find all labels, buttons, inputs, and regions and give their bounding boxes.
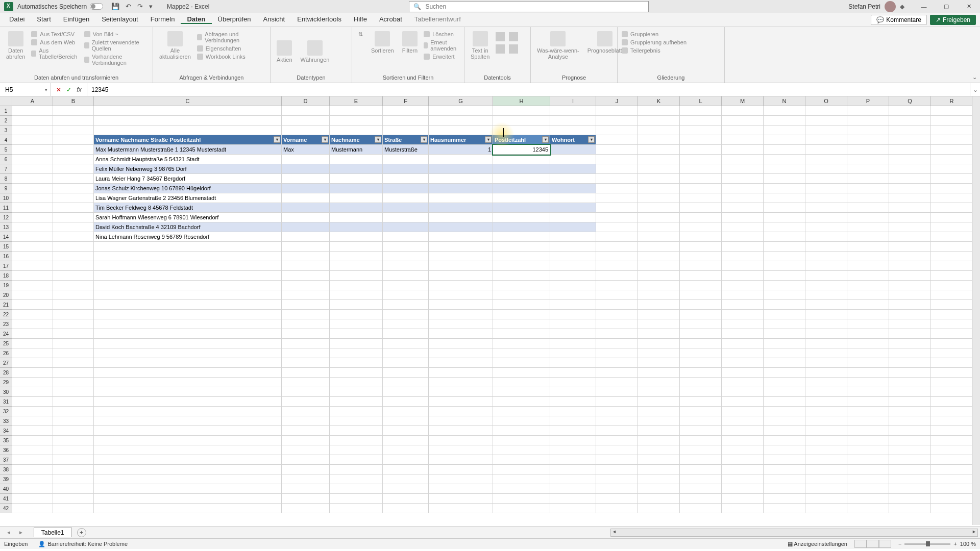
cell[interactable] (53, 504, 94, 513)
cell[interactable] (493, 174, 550, 184)
cell[interactable] (53, 397, 94, 407)
cell[interactable] (53, 455, 94, 465)
cell[interactable] (383, 242, 429, 252)
cell[interactable] (330, 242, 383, 252)
cell[interactable] (638, 329, 680, 339)
cell[interactable] (12, 310, 53, 319)
cell[interactable] (889, 474, 931, 484)
zoom-in-icon[interactable]: + (953, 541, 957, 547)
cell[interactable] (493, 232, 550, 242)
cell[interactable] (805, 445, 847, 455)
cell[interactable] (847, 135, 889, 145)
cell[interactable] (847, 252, 889, 261)
cell[interactable] (53, 416, 94, 426)
cell[interactable] (680, 174, 722, 184)
cell[interactable] (94, 300, 282, 310)
cell[interactable] (805, 455, 847, 465)
cell[interactable] (383, 465, 429, 474)
row-header[interactable]: 40 (0, 484, 12, 494)
cell[interactable] (847, 504, 889, 513)
cell[interactable] (493, 242, 550, 252)
cell[interactable] (722, 329, 764, 339)
cell[interactable] (53, 184, 94, 193)
cell[interactable] (680, 252, 722, 261)
cell[interactable] (805, 339, 847, 348)
cell[interactable] (805, 426, 847, 436)
cell[interactable] (383, 484, 429, 494)
cell[interactable] (12, 174, 53, 184)
cell[interactable] (12, 455, 53, 465)
cell[interactable] (429, 368, 493, 378)
cell[interactable] (550, 252, 596, 261)
cell[interactable] (550, 232, 596, 242)
cell[interactable] (12, 504, 53, 513)
cell[interactable] (764, 271, 805, 281)
cell[interactable] (680, 378, 722, 387)
ribbon-collapse-button[interactable]: ⌄ (972, 74, 977, 81)
cell[interactable] (722, 387, 764, 397)
cell[interactable] (722, 290, 764, 300)
cell[interactable] (764, 494, 805, 504)
cell[interactable] (94, 281, 282, 290)
vertical-scrollbar[interactable] (972, 96, 980, 525)
cell[interactable] (493, 310, 550, 319)
cell[interactable] (282, 281, 330, 290)
cell[interactable]: Straße▾ (383, 135, 429, 145)
formula-expand-button[interactable]: ⌄ (970, 83, 980, 96)
column-header[interactable]: N (764, 96, 805, 106)
cell[interactable] (550, 358, 596, 368)
cell[interactable] (805, 242, 847, 252)
cell[interactable] (680, 504, 722, 513)
cell[interactable] (12, 271, 53, 281)
cell[interactable] (282, 319, 330, 329)
cell[interactable] (94, 387, 282, 397)
cell[interactable] (889, 368, 931, 378)
cell[interactable] (12, 290, 53, 300)
cell[interactable] (596, 213, 638, 222)
cell[interactable] (638, 484, 680, 494)
cell[interactable] (383, 203, 429, 213)
cell[interactable] (764, 465, 805, 474)
cell[interactable] (493, 300, 550, 310)
cell[interactable] (330, 455, 383, 465)
cell[interactable] (94, 426, 282, 436)
cell[interactable] (12, 145, 53, 155)
cell[interactable] (429, 116, 493, 126)
cell[interactable] (383, 126, 429, 135)
cell[interactable] (764, 184, 805, 193)
column-header[interactable]: J (596, 96, 638, 106)
cell[interactable] (282, 465, 330, 474)
cell[interactable] (53, 484, 94, 494)
cell[interactable] (722, 116, 764, 126)
save-icon[interactable]: 💾 (111, 3, 119, 10)
cell[interactable] (680, 106, 722, 116)
cell[interactable] (282, 155, 330, 164)
row-header[interactable]: 20 (0, 290, 12, 300)
cell[interactable] (53, 436, 94, 445)
cell[interactable] (53, 203, 94, 213)
cell[interactable] (429, 445, 493, 455)
cell[interactable] (282, 184, 330, 193)
cell[interactable] (53, 358, 94, 368)
cell[interactable] (931, 319, 973, 329)
cell[interactable] (493, 358, 550, 368)
cell[interactable] (764, 116, 805, 126)
cell[interactable] (53, 387, 94, 397)
cell[interactable] (722, 126, 764, 135)
cell[interactable] (429, 319, 493, 329)
filter-dropdown-icon[interactable]: ▾ (485, 136, 492, 143)
cell[interactable] (805, 116, 847, 126)
row-header[interactable]: 3 (0, 126, 12, 135)
cell[interactable] (764, 300, 805, 310)
cell[interactable] (330, 465, 383, 474)
ribbon-item[interactable]: Aus Text/CSV (31, 31, 80, 37)
cell[interactable] (764, 252, 805, 261)
cell[interactable] (931, 358, 973, 368)
cell[interactable] (493, 290, 550, 300)
cell[interactable] (931, 387, 973, 397)
cell[interactable] (596, 436, 638, 445)
cell[interactable] (847, 271, 889, 281)
cell[interactable] (383, 281, 429, 290)
cell[interactable] (805, 213, 847, 222)
cell[interactable] (764, 135, 805, 145)
